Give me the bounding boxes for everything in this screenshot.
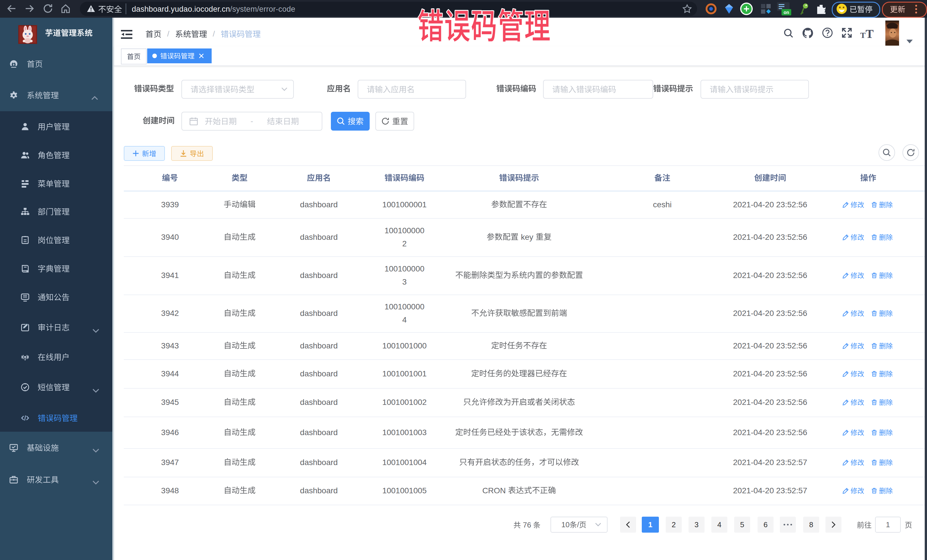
svg-text:on: on (784, 10, 789, 15)
